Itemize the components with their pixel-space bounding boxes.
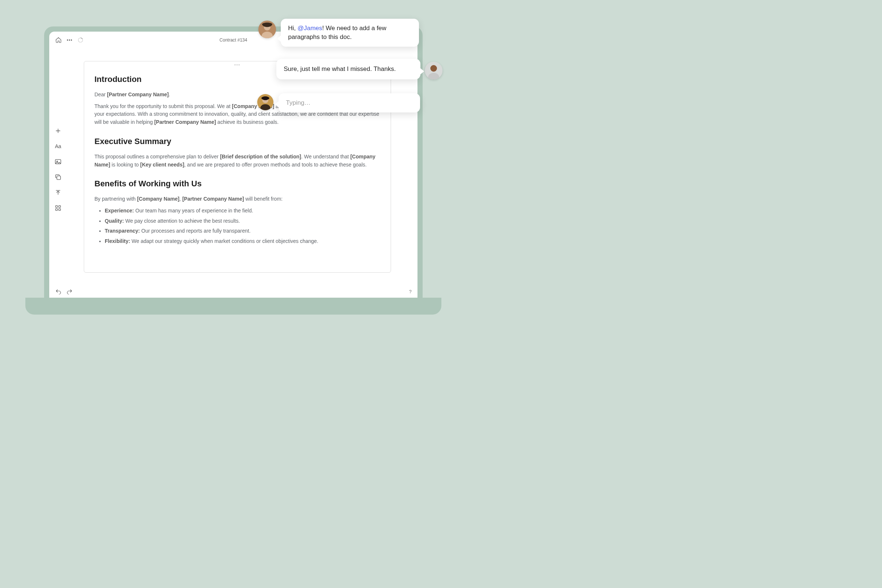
list-item: Flexibility: We adapt our strategy quick… <box>105 237 380 246</box>
svg-rect-6 <box>57 176 61 180</box>
upload-button[interactable] <box>54 189 62 196</box>
chat-message-1: Hi, @James! We need to add a few paragra… <box>281 19 419 46</box>
grid-button[interactable] <box>54 204 62 212</box>
exec-paragraph: This proposal outlines a comprehensive p… <box>94 153 380 169</box>
help-button[interactable]: ? <box>409 289 412 294</box>
more-icon[interactable] <box>66 37 73 44</box>
chat-typing-indicator: Typing… <box>279 93 420 112</box>
svg-point-0 <box>67 40 68 40</box>
benefits-list: Experience: Our team has many years of e… <box>94 207 380 246</box>
chat-message-2: Sure, just tell me what I missed. Thanks… <box>276 59 420 80</box>
svg-rect-8 <box>59 206 61 207</box>
benefits-intro: By partnering with [Company Name], [Part… <box>94 195 380 203</box>
document-page[interactable]: ••• Introduction Dear [Partner Company N… <box>84 61 391 273</box>
heading-exec-summary: Executive Summary <box>94 135 380 148</box>
heading-benefits: Benefits of Working with Us <box>94 177 380 190</box>
undo-button[interactable] <box>55 288 62 295</box>
drag-handle-icon[interactable]: ••• <box>234 63 241 67</box>
home-icon[interactable] <box>55 37 62 44</box>
avatar-user-3 <box>257 94 273 110</box>
loading-spinner-icon <box>77 37 84 44</box>
avatar-user-2 <box>425 62 442 80</box>
text-style-button[interactable]: Aa <box>54 142 62 150</box>
insert-toolbar: Aa <box>54 127 62 212</box>
svg-rect-10 <box>59 209 61 211</box>
document-content[interactable]: Introduction Dear [Partner Company Name]… <box>84 62 391 255</box>
add-block-button[interactable] <box>54 127 62 135</box>
svg-point-1 <box>69 40 70 40</box>
svg-point-15 <box>430 65 437 72</box>
list-item: Experience: Our team has many years of e… <box>105 207 380 215</box>
svg-point-2 <box>71 40 72 40</box>
list-item: Quality: We pay close attention to achie… <box>105 217 380 225</box>
image-button[interactable] <box>54 158 62 165</box>
mention[interactable]: @James <box>298 25 322 32</box>
laptop-base <box>26 298 441 315</box>
redo-button[interactable] <box>66 288 73 295</box>
list-item: Transparency: Our processes and reports … <box>105 227 380 235</box>
avatar-user-1 <box>258 21 276 38</box>
copy-button[interactable] <box>54 174 62 181</box>
bottombar: ? <box>49 286 417 297</box>
svg-rect-9 <box>56 209 57 211</box>
svg-rect-7 <box>56 206 57 207</box>
